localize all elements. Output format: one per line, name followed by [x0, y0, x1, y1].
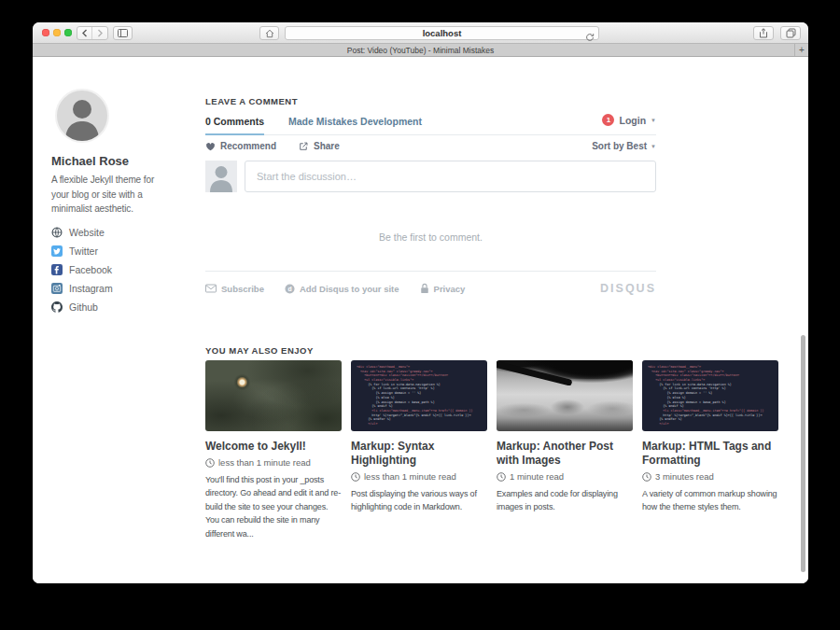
notification-badge: 1 [602, 114, 614, 126]
author-links: Website Twitter Facebook Instagram Githu… [51, 223, 113, 316]
sidebar-icon [118, 29, 128, 37]
read-time: less than 1 minute read [205, 457, 342, 468]
twitter-icon [51, 245, 63, 257]
post-thumbnail-code-screenshot: <div class="masthead__menu"> <nav id="si… [351, 360, 487, 431]
post-thumbnail-foggy-tree [497, 360, 633, 431]
recommend-button[interactable]: Recommend [205, 141, 276, 151]
read-time: 1 minute read [497, 471, 633, 482]
post-title[interactable]: Markup: HTML Tags and Formatting [642, 440, 778, 468]
sidebar-toggle-button[interactable] [113, 26, 133, 40]
post-thumbnail-green-macro [205, 360, 342, 431]
lock-icon [420, 283, 429, 294]
history-nav-group [77, 26, 108, 40]
disqus-actions: Recommend Share Sort by Best ▼ [205, 141, 656, 151]
clock-icon [205, 458, 215, 468]
tabs-icon [786, 28, 796, 38]
post-title[interactable]: Markup: Another Post with Images [497, 440, 633, 468]
forward-button[interactable] [92, 27, 107, 39]
related-post-card[interactable]: <div class="masthead__menu"> <nav id="si… [642, 360, 778, 540]
post-thumbnail-code-screenshot: <div class="masthead__menu"> <nav id="si… [642, 360, 778, 431]
browser-window: localhost Post: Video (YouTube) - Minima… [33, 22, 808, 583]
add-disqus-link[interactable]: d Add Disqus to your site [285, 284, 399, 294]
reload-icon [585, 33, 595, 42]
share-button[interactable] [753, 26, 774, 40]
sort-menu[interactable]: Sort by Best ▼ [592, 141, 656, 151]
disqus-d-icon: d [285, 284, 295, 294]
read-time: less than 1 minute read [351, 471, 487, 482]
related-posts-grid: Welcome to Jekyll! less than 1 minute re… [205, 360, 778, 540]
sidebar-item-github[interactable]: Github [51, 298, 113, 316]
share-comments-button[interactable]: Share [299, 141, 340, 151]
chevron-down-icon: ▼ [651, 144, 656, 149]
globe-icon [51, 227, 63, 238]
github-icon [51, 301, 63, 313]
clock-icon [497, 472, 506, 482]
related-post-card[interactable]: Markup: Another Post with Images 1 minut… [497, 360, 633, 540]
close-window-button[interactable] [42, 29, 49, 36]
tab-overview-button[interactable] [780, 26, 801, 40]
sidebar-item-instagram[interactable]: Instagram [51, 279, 113, 298]
author-name: Michael Rose [51, 154, 129, 168]
scrollbar-thumb[interactable] [801, 335, 805, 572]
sidebar-item-website[interactable]: Website [51, 223, 113, 242]
sidebar-item-twitter[interactable]: Twitter [51, 242, 113, 260]
tab-bar: Post: Video (YouTube) - Minimal Mistakes… [33, 44, 808, 57]
active-tab[interactable]: Post: Video (YouTube) - Minimal Mistakes [347, 46, 494, 55]
address-bar[interactable]: localhost [285, 26, 599, 40]
page-content: Michael Rose A flexible Jekyll theme for… [33, 58, 808, 583]
login-menu[interactable]: 1 Login ▼ [602, 114, 656, 126]
related-post-card[interactable]: <div class="masthead__menu"> <nav id="si… [351, 360, 487, 540]
clock-icon [351, 472, 360, 482]
chevron-down-icon: ▼ [651, 118, 656, 123]
subscribe-link[interactable]: Subscribe [205, 284, 264, 294]
facebook-icon [51, 264, 63, 275]
chevron-left-icon [81, 29, 89, 37]
disqus-footer: Subscribe d Add Disqus to your site Priv… [205, 282, 656, 295]
author-avatar [55, 89, 109, 143]
you-may-also-enjoy-heading: YOU MAY ALSO ENJOY [205, 345, 314, 356]
person-silhouette-icon [205, 161, 237, 192]
post-title[interactable]: Welcome to Jekyll! [205, 440, 342, 454]
home-button[interactable] [259, 26, 279, 40]
community-link[interactable]: Made Mistakes Development [288, 116, 422, 127]
new-tab-button[interactable]: + [794, 44, 808, 56]
post-excerpt: A variety of common markup showing how t… [642, 487, 778, 514]
tab-comment-count[interactable]: 0 Comments [205, 116, 264, 127]
sidebar-item-facebook[interactable]: Facebook [51, 260, 113, 279]
share-arrow-icon [299, 141, 309, 151]
leave-a-comment-heading: LEAVE A COMMENT [205, 96, 298, 106]
post-excerpt: Examples and code for displaying images … [497, 487, 633, 514]
post-excerpt: Post displaying the various ways of high… [351, 487, 487, 514]
comment-composer [205, 161, 656, 192]
home-icon [265, 29, 274, 38]
share-icon [759, 28, 768, 38]
minimize-window-button[interactable] [53, 29, 61, 36]
post-title[interactable]: Markup: Syntax Highlighting [351, 440, 487, 468]
empty-state-text: Be the first to comment. [205, 231, 656, 243]
chevron-right-icon [96, 29, 104, 37]
author-bio: A flexible Jekyll theme for your blog or… [51, 173, 167, 217]
divider [205, 271, 656, 272]
heart-icon [205, 142, 216, 151]
post-excerpt: You'll find this post in your _posts dir… [205, 473, 342, 540]
read-time: 3 minutes read [642, 471, 778, 482]
related-post-card[interactable]: Welcome to Jekyll! less than 1 minute re… [205, 360, 342, 540]
zoom-window-button[interactable] [64, 29, 72, 36]
disqus-logo[interactable]: DISQUS [600, 282, 656, 295]
clock-icon [642, 472, 651, 482]
person-silhouette-icon [57, 91, 107, 141]
disqus-header: 0 Comments Made Mistakes Development 1 L… [205, 116, 656, 135]
composer-avatar [205, 161, 237, 192]
url-text: localhost [423, 28, 462, 38]
privacy-link[interactable]: Privacy [420, 283, 466, 294]
svg-text:d: d [287, 285, 291, 291]
back-button[interactable] [77, 27, 92, 39]
envelope-icon [205, 284, 217, 293]
browser-toolbar: localhost [33, 22, 808, 44]
comment-input[interactable] [245, 161, 656, 192]
instagram-icon [51, 283, 63, 294]
